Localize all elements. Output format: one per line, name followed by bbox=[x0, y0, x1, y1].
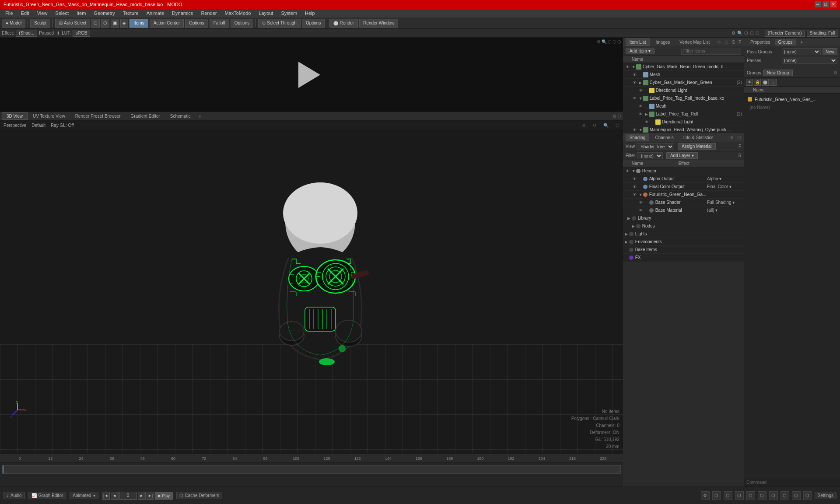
shader-row-environments[interactable]: ▶ Environments bbox=[623, 238, 744, 246]
expand-icon[interactable]: ▶ bbox=[625, 240, 629, 244]
pass-groups-select[interactable]: (none) bbox=[782, 48, 821, 55]
shading-settings-icon[interactable]: ⚙ bbox=[730, 135, 734, 140]
perspective-label[interactable]: Perspective bbox=[4, 123, 26, 128]
play-button[interactable]: ▶ Play bbox=[155, 492, 173, 500]
shading-expand-icon[interactable]: ⬡ bbox=[737, 135, 741, 140]
tab-groups[interactable]: Groups bbox=[775, 39, 796, 46]
minimize-button[interactable]: ─ bbox=[815, 1, 821, 7]
status-icon-3[interactable]: ⬡ bbox=[724, 491, 732, 500]
cache-deformers-button[interactable]: ⬡ Cache Deformers bbox=[176, 492, 222, 499]
menu-item[interactable]: Item bbox=[73, 10, 89, 17]
items-button[interactable]: Items bbox=[130, 19, 148, 28]
shader-tree-select[interactable]: Shader Tree bbox=[637, 143, 674, 150]
menu-dynamics[interactable]: Dynamics bbox=[168, 10, 196, 17]
action-center-button[interactable]: Action Center bbox=[150, 19, 184, 28]
shader-tree-content[interactable]: 👁 ▼ Render 👁 Alpha Output Alpha ▾ bbox=[623, 167, 744, 262]
eye-icon[interactable]: 👁 bbox=[638, 103, 644, 109]
menu-animate[interactable]: Animate bbox=[143, 10, 168, 17]
tab-properties[interactable]: Properties bbox=[747, 39, 774, 46]
passes-select[interactable]: (none) bbox=[782, 57, 837, 64]
options-button-3[interactable]: Options bbox=[302, 19, 325, 28]
menu-render[interactable]: Render bbox=[197, 10, 220, 17]
auto-select-button[interactable]: ⊞ Auto Select bbox=[55, 19, 90, 28]
item-list-expand-icon[interactable]: ⬡ bbox=[724, 40, 728, 45]
ray-gl-label[interactable]: Ray GL: Off bbox=[51, 123, 74, 128]
tab-images[interactable]: Images bbox=[652, 38, 674, 46]
group-tool-lock[interactable]: 🔒 bbox=[754, 79, 761, 86]
viewport-reset-icon[interactable]: ↺ bbox=[593, 123, 596, 128]
audio-button[interactable]: ♪ Audio bbox=[4, 492, 25, 499]
menu-layout[interactable]: Layout bbox=[255, 10, 276, 17]
assign-material-button[interactable]: Assign Material bbox=[678, 143, 715, 150]
timeline-track[interactable] bbox=[0, 465, 623, 478]
eye-icon[interactable]: 👁 bbox=[632, 80, 638, 86]
shader-row-render[interactable]: 👁 ▼ Render bbox=[623, 167, 744, 175]
item-row-directional-light-2[interactable]: 👁 Directional Light bbox=[623, 118, 744, 126]
group-row-futuristic[interactable]: Futuristic_Green_Neon_Gas_... bbox=[746, 95, 838, 103]
item-row-mesh-2[interactable]: 👁 Mesh bbox=[623, 102, 744, 110]
model-mode-button[interactable]: ● Model bbox=[2, 19, 25, 28]
expand-icon[interactable]: ▶ bbox=[625, 232, 629, 236]
menu-system[interactable]: System bbox=[277, 10, 301, 17]
expand-icon[interactable]: ▼ bbox=[639, 128, 643, 132]
menu-view[interactable]: View bbox=[34, 10, 51, 17]
viewport[interactable]: Perspective Default Ray GL: Off ⚙ ↺ 🔍 ⬡ bbox=[0, 121, 623, 454]
tab-3d-view[interactable]: 3D View bbox=[2, 112, 28, 120]
play-render-button[interactable] bbox=[298, 62, 325, 88]
transport-prev-start[interactable]: |◄ bbox=[102, 492, 110, 500]
shader-row-bake-items[interactable]: Bake Items bbox=[623, 246, 744, 254]
toolbar-icon-1[interactable]: ⬡ bbox=[91, 19, 100, 28]
tab-schematic[interactable]: Schematic bbox=[165, 112, 196, 120]
viewport-settings-icon[interactable]: ⚙ bbox=[582, 123, 586, 128]
item-row-cyber-green-group[interactable]: 👁 ▶ Cyber_Gas_Mask_Neon_Green (2) bbox=[623, 79, 744, 87]
lut-value[interactable]: sRGB bbox=[73, 30, 91, 37]
item-row-mannequin-group[interactable]: 👁 ▼ Mannequin_Head_Wearing_Cyberpunk_... bbox=[623, 126, 744, 133]
status-icon-9[interactable]: ⬡ bbox=[792, 491, 801, 500]
eye-icon[interactable]: 👁 bbox=[632, 127, 638, 133]
shader-row-alpha-output[interactable]: 👁 Alpha Output Alpha ▾ bbox=[623, 175, 744, 183]
tab-gradient-editor[interactable]: Gradient Editor bbox=[126, 112, 165, 120]
eye-icon[interactable]: 👁 bbox=[625, 64, 631, 70]
item-row-label-price-tag-group[interactable]: 👁 ▼ Label_Price_Tag_Roll_modo_base.lxo bbox=[623, 94, 744, 102]
status-icon-10[interactable]: ⬡ bbox=[803, 491, 812, 500]
eye-icon[interactable]: 👁 bbox=[638, 207, 644, 214]
expand-icon[interactable]: ▼ bbox=[632, 169, 636, 173]
render-camera-value[interactable]: (Render Camera) bbox=[765, 30, 805, 37]
shader-row-fx[interactable]: FX bbox=[623, 254, 744, 262]
add-layer-button[interactable]: Add Layer ▾ bbox=[666, 152, 698, 159]
eye-icon[interactable]: 👁 bbox=[638, 88, 644, 94]
groups-settings-icon[interactable]: ⚙ bbox=[833, 70, 837, 75]
close-button[interactable]: ✕ bbox=[830, 1, 836, 7]
tab-uv-texture[interactable]: UV Texture View bbox=[28, 112, 70, 120]
shader-row-lights[interactable]: ▶ Lights bbox=[623, 230, 744, 238]
expand-icon[interactable]: ▼ bbox=[639, 192, 643, 197]
render-window-button[interactable]: Render Window bbox=[359, 19, 398, 28]
effect-value[interactable]: (Shad... bbox=[16, 30, 37, 37]
transport-next-frame[interactable]: ► bbox=[138, 492, 146, 500]
item-row-label-price-tag[interactable]: 👁 ▶ Label_Price_Tag_Roll (2) bbox=[623, 110, 744, 118]
settings-button[interactable]: Settings bbox=[815, 492, 836, 499]
status-icon-2[interactable]: ⬡ bbox=[712, 491, 721, 500]
maximize-button[interactable]: □ bbox=[822, 1, 829, 7]
add-item-button[interactable]: Add Item ▾ bbox=[626, 48, 654, 54]
filter-select[interactable]: (none) bbox=[637, 152, 663, 159]
transport-next-end[interactable]: ►| bbox=[147, 492, 154, 500]
toolbar-icon-3[interactable]: ▣ bbox=[111, 19, 119, 28]
status-icon-8[interactable]: ⬡ bbox=[780, 491, 789, 500]
animated-button[interactable]: Animated ▾ bbox=[70, 492, 98, 499]
shader-row-base-material[interactable]: 👁 Base Material (all) ▾ bbox=[623, 206, 744, 214]
timeline-bar[interactable] bbox=[2, 465, 621, 474]
item-list-settings-icon[interactable]: ⚙ bbox=[717, 40, 721, 45]
shader-row-futuristic-material[interactable]: 👁 ▼ Futuristic_Green_Neon_Ga... bbox=[623, 191, 744, 199]
tab-render-preset[interactable]: Render Preset Browser bbox=[70, 112, 126, 120]
shader-row-nodes[interactable]: ▶ Nodes bbox=[623, 222, 744, 230]
add-view-tab[interactable]: + bbox=[196, 112, 204, 120]
viewport-expand-icon[interactable]: ⬡ bbox=[616, 123, 620, 128]
eye-icon[interactable]: 👁 bbox=[638, 200, 644, 206]
eye-icon[interactable]: 👁 bbox=[632, 192, 638, 198]
expand-icon[interactable]: ▶ bbox=[639, 80, 643, 85]
groups-content[interactable]: Futuristic_Green_Neon_Gas_... (no Name) bbox=[744, 94, 840, 486]
tab-vertex-map[interactable]: Vertex Map List bbox=[676, 38, 714, 46]
toolbar-icon-2[interactable]: ⬡ bbox=[101, 19, 109, 28]
shading-value[interactable]: Shading: Full bbox=[807, 30, 838, 37]
